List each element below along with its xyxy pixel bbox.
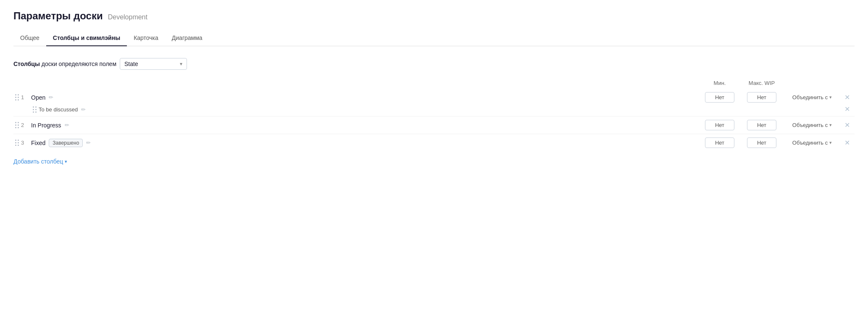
col-num-2: 2 [21,122,31,128]
sub-row-to-be-discussed: To be discussed ✏ ✕ [13,106,855,116]
page-title: Параметры доски [13,10,103,22]
wip-min-input-fixed[interactable] [705,137,734,148]
col-name-inprogress: In Progress [31,122,61,129]
col-badge-fixed: Завершено [49,139,83,147]
tab-general[interactable]: Общее [13,30,46,46]
merge-label-open: Объединить с [792,94,828,100]
col-num-1: 1 [21,94,31,100]
col-content-inprogress: In Progress ✏ [31,122,701,129]
close-button-sub[interactable]: ✕ [844,106,850,113]
field-selector-row: Столбцы доски определяются полем State ▾ [13,58,855,70]
column-row-fixed: 3 Fixed Завершено ✏ Объединить с ▾ ✕ [13,134,855,151]
merge-cell-fixed[interactable]: Объединить с ▾ [785,140,839,146]
close-cell-open: ✕ [839,94,855,101]
close-button-open[interactable]: ✕ [844,94,850,101]
columns-table: Мин. Макс. WIP 1 Open ✏ [13,80,855,151]
header-min: Мин. [701,80,739,86]
wip-min-inprogress [701,120,739,130]
wip-max-fixed [739,137,785,148]
wip-max-input-open[interactable] [747,92,776,103]
field-selector-bold: Столбцы [13,61,40,67]
close-button-inprogress[interactable]: ✕ [844,122,850,129]
col-content-fixed: Fixed Завершено ✏ [31,139,701,147]
add-column-button[interactable]: Добавить столбец ▾ [13,158,67,165]
merge-cell-inprogress[interactable]: Объединить с ▾ [785,122,839,128]
close-button-fixed[interactable]: ✕ [844,140,850,146]
field-selector-label: Столбцы доски определяются полем [13,61,116,67]
drag-handle-inprogress[interactable] [13,122,21,128]
drag-handle-fixed[interactable] [13,140,21,146]
close-cell-sub: ✕ [839,106,855,113]
column-row-inprogress: 2 In Progress ✏ Объединить с ▾ ✕ [13,116,855,134]
col-content-open: Open ✏ [31,94,701,101]
wip-max-input-fixed[interactable] [747,137,776,148]
field-selector-text: доски определяются полем [40,61,116,67]
page-header: Параметры доски Development [13,10,855,22]
edit-icon-inprogress[interactable]: ✏ [65,122,69,128]
drag-handle-open[interactable] [13,94,21,100]
tab-diagram[interactable]: Диаграмма [165,30,209,46]
add-column-row: Добавить столбец ▾ [13,158,855,165]
sub-col-name: To be discussed [39,106,78,113]
merge-chevron-inprogress: ▾ [829,122,832,128]
edit-icon-fixed[interactable]: ✏ [86,140,91,146]
add-column-chevron-icon: ▾ [65,159,67,164]
col-name-fixed: Fixed [31,140,45,146]
wip-min-fixed [701,137,739,148]
merge-label-inprogress: Объединить с [792,122,828,128]
close-cell-inprogress: ✕ [839,122,855,129]
wip-max-open [739,92,785,103]
wip-min-input-inprogress[interactable] [705,120,734,130]
edit-icon-open[interactable]: ✏ [49,94,53,100]
merge-label-fixed: Объединить с [792,140,828,146]
page-subtitle: Development [108,13,147,21]
close-cell-fixed: ✕ [839,140,855,146]
tab-bar: Общее Столбцы и свимлэйны Карточка Диагр… [13,30,855,46]
chevron-down-icon: ▾ [180,61,182,67]
merge-chevron-fixed: ▾ [829,140,832,145]
field-dropdown-value: State [124,61,138,67]
tab-card[interactable]: Карточка [127,30,165,46]
col-name-open: Open [31,94,45,101]
column-row-open: 1 Open ✏ Объединить с ▾ ✕ [13,89,855,106]
field-dropdown[interactable]: State ▾ [120,58,187,70]
edit-icon-sub[interactable]: ✏ [81,106,86,113]
table-row: 1 Open ✏ Объединить с ▾ ✕ [13,89,855,116]
wip-min-open [701,92,739,103]
wip-max-inprogress [739,120,785,130]
wip-min-input-open[interactable] [705,92,734,103]
col-num-3: 3 [21,140,31,146]
tab-columns[interactable]: Столбцы и свимлэйны [46,30,127,46]
drag-handle-sub[interactable] [31,106,39,113]
column-headers: Мин. Макс. WIP [13,80,855,89]
merge-cell-open[interactable]: Объединить с ▾ [785,94,839,100]
header-max: Макс. WIP [739,80,785,86]
merge-chevron-open: ▾ [829,95,832,100]
add-column-label: Добавить столбец [13,158,63,165]
wip-max-input-inprogress[interactable] [747,120,776,130]
